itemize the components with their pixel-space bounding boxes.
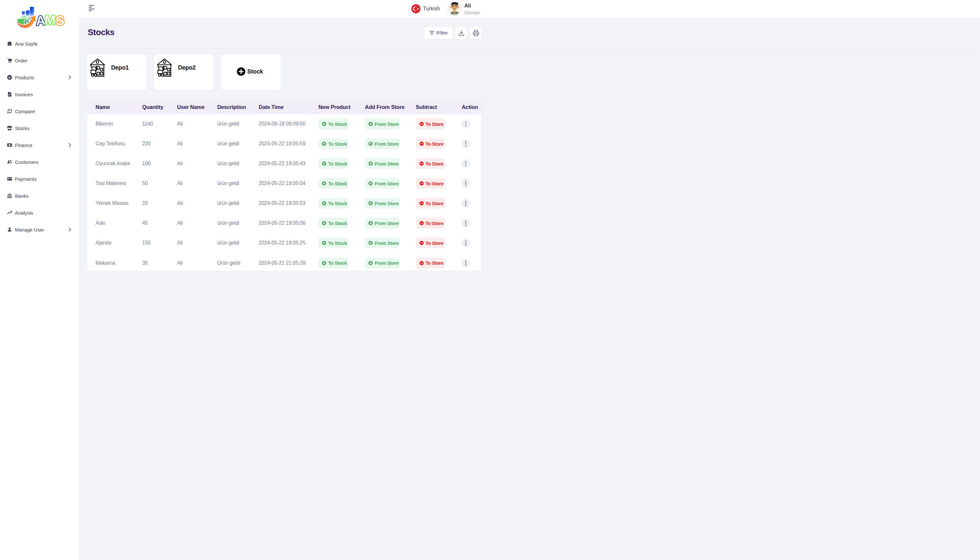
svg-text:S: S bbox=[55, 13, 65, 28]
svg-text:P: P bbox=[8, 76, 11, 79]
svg-text:M: M bbox=[45, 12, 56, 27]
